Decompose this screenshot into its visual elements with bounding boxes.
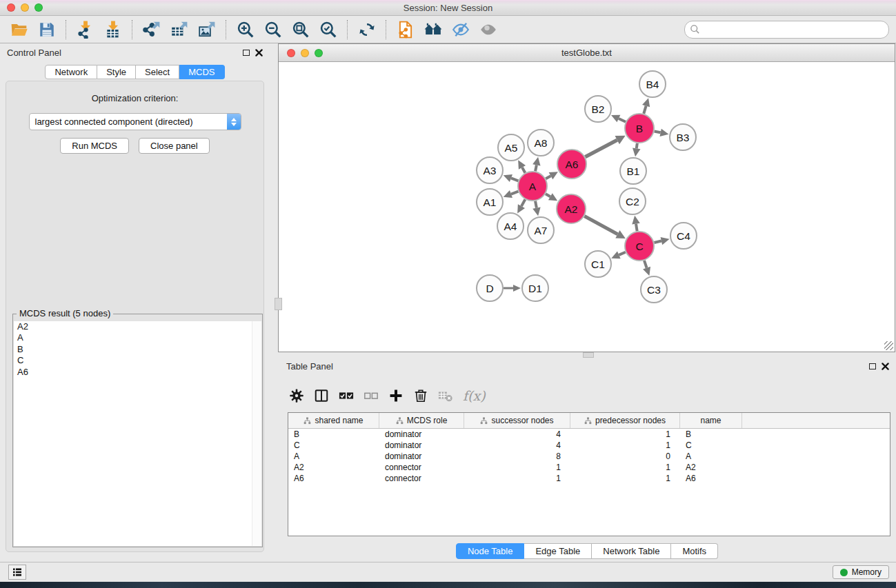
tab-style[interactable]: Style (97, 65, 136, 79)
node-A5[interactable]: A5 (498, 134, 524, 161)
node-D1[interactable]: D1 (522, 275, 548, 301)
edge-B-B3[interactable] (655, 129, 669, 136)
edge-A2-C[interactable] (584, 216, 625, 239)
neighbors-houses-button[interactable] (419, 18, 447, 41)
table-row[interactable]: A2connector11A2 (288, 462, 890, 473)
cell-shared-name[interactable]: B (288, 429, 379, 439)
add-column-button[interactable] (388, 388, 404, 403)
column-header-shared-name[interactable]: shared name (288, 413, 379, 428)
edge-C-C4[interactable] (654, 237, 669, 245)
edge-C-C1[interactable] (611, 252, 626, 259)
node-B4[interactable]: B4 (639, 71, 666, 97)
cell-name[interactable]: B (680, 429, 742, 439)
cell-successor-nodes[interactable]: 1 (464, 463, 570, 472)
zoom-selected-button[interactable] (315, 18, 342, 41)
tab-node-table[interactable]: Node Table (456, 543, 525, 559)
network-window-titlebar[interactable]: testGlobe.txt (279, 44, 895, 62)
optimization-criterion-select[interactable]: largest connected component (directed) (29, 113, 241, 130)
tab-network-table[interactable]: Network Table (592, 543, 671, 559)
node-A8[interactable]: A8 (528, 130, 554, 156)
cell-successor-nodes[interactable]: 4 (464, 440, 570, 450)
mcds-result-item[interactable]: A (14, 332, 261, 343)
cell-predecessor-nodes[interactable]: 0 (570, 452, 680, 461)
table-row[interactable]: Adominator80A (288, 451, 890, 462)
cell-predecessor-nodes[interactable]: 1 (570, 463, 680, 472)
edge-A-A3[interactable] (504, 174, 519, 182)
cell-name[interactable]: C (680, 440, 742, 450)
mcds-result-list[interactable]: A2ABCA6 (14, 321, 261, 546)
edge-A-A1[interactable] (504, 190, 519, 198)
node-A1[interactable]: A1 (477, 189, 503, 215)
run-mcds-button[interactable]: Run MCDS (60, 138, 129, 154)
cell-shared-name[interactable]: C (288, 440, 379, 450)
edge-B-B4[interactable] (642, 98, 650, 114)
export-image-button[interactable] (193, 18, 221, 41)
column-header-predecessor-nodes[interactable]: predecessor nodes (570, 413, 680, 428)
deselect-checks-button[interactable] (364, 388, 379, 403)
cell-predecessor-nodes[interactable]: 1 (570, 440, 680, 450)
hide-eye-button[interactable] (447, 18, 475, 41)
edge-C-C3[interactable] (643, 261, 650, 276)
apply-function-icon[interactable]: f(x) (463, 388, 486, 403)
node-A7[interactable]: A7 (528, 217, 554, 243)
window-resize-grip[interactable] (884, 341, 893, 350)
show-eye-button[interactable] (475, 18, 502, 41)
edge-C-C2[interactable] (632, 216, 639, 232)
edge-A-A5[interactable] (518, 160, 526, 172)
node-A[interactable]: A (518, 172, 547, 201)
vertical-splitter-handle[interactable] (275, 298, 282, 310)
node-C2[interactable]: C2 (619, 188, 646, 214)
cell-MCDS-role[interactable]: dominator (379, 452, 464, 461)
tab-mcds[interactable]: MCDS (179, 65, 224, 79)
node-C1[interactable]: C1 (585, 251, 611, 277)
import-network-button[interactable] (72, 18, 99, 41)
edge-A-A6[interactable] (546, 172, 558, 179)
zoom-fit-button[interactable] (287, 18, 315, 41)
mcds-result-item[interactable]: A2 (14, 321, 261, 332)
table-row[interactable]: Bdominator41B (288, 429, 890, 440)
gear-button[interactable] (289, 388, 304, 403)
delete-table-button[interactable] (438, 388, 453, 403)
cell-name[interactable]: A (680, 452, 742, 461)
node-C3[interactable]: C3 (641, 276, 667, 303)
tab-network[interactable]: Network (45, 65, 97, 79)
cell-name[interactable]: A2 (680, 463, 742, 472)
mcds-result-item[interactable]: C (14, 355, 261, 366)
cell-shared-name[interactable]: A2 (288, 463, 379, 472)
cell-successor-nodes[interactable]: 1 (464, 474, 570, 483)
export-table-button[interactable] (166, 18, 193, 41)
node-C4[interactable]: C4 (670, 223, 697, 249)
edge-A-A7[interactable] (532, 201, 540, 216)
cell-MCDS-role[interactable]: connector (379, 474, 464, 483)
cell-name[interactable]: A6 (680, 474, 742, 483)
node-table[interactable]: shared nameMCDS rolesuccessor nodesprede… (288, 412, 890, 536)
edge-A-A8[interactable] (532, 157, 540, 172)
node-C[interactable]: C (625, 232, 654, 261)
edge-B-B2[interactable] (611, 115, 626, 123)
node-B2[interactable]: B2 (585, 96, 611, 122)
table-close-panel-icon[interactable] (882, 363, 889, 370)
node-B3[interactable]: B3 (670, 124, 696, 150)
tab-edge-table[interactable]: Edge Table (524, 543, 592, 559)
refresh-button[interactable] (353, 18, 381, 41)
cell-shared-name[interactable]: A (288, 452, 379, 461)
search-field[interactable] (684, 21, 889, 39)
zoom-in-button[interactable] (232, 18, 259, 41)
network-document-button[interactable] (392, 18, 419, 41)
table-float-panel-icon[interactable] (869, 363, 876, 369)
import-table-button[interactable] (99, 18, 127, 41)
column-header-name[interactable]: name (680, 413, 742, 428)
mcds-result-item[interactable]: A6 (14, 367, 261, 378)
tab-select[interactable]: Select (136, 65, 179, 79)
cell-MCDS-role[interactable]: connector (379, 463, 464, 472)
table-row[interactable]: Cdominator41C (288, 440, 890, 451)
select-stepper[interactable] (227, 114, 241, 130)
node-B1[interactable]: B1 (620, 158, 646, 184)
node-A2[interactable]: A2 (557, 194, 586, 223)
column-header-successor-nodes[interactable]: successor nodes (464, 413, 570, 428)
zoom-out-button[interactable] (259, 18, 287, 41)
save-session-button[interactable] (33, 18, 61, 41)
edge-A-A4[interactable] (517, 199, 525, 213)
float-panel-icon[interactable] (243, 50, 250, 56)
cell-successor-nodes[interactable]: 4 (464, 429, 570, 439)
